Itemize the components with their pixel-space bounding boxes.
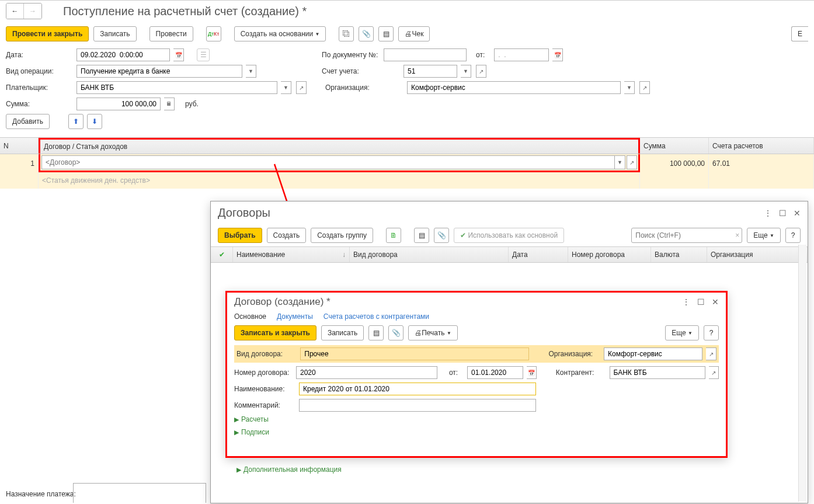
popup-menu-icon[interactable]: ⋮ [764,208,772,218]
col-org-h[interactable]: Организация [707,247,808,262]
create-based-on-button[interactable]: Создать на основании ▼ [234,26,326,41]
tab-accounts[interactable]: Счета расчетов с контрагентами [323,312,429,321]
more-button-3[interactable]: Еще ▼ [665,325,699,340]
structure-icon-button[interactable]: ⿻ [339,26,354,41]
add-row-button[interactable]: Добавить [6,114,50,129]
create-button[interactable]: Создать [267,228,307,243]
name-input[interactable] [299,383,536,395]
table-row[interactable]: 1 ▼ 100 000,00 67.01 [0,154,814,172]
col-accounts[interactable]: Счета расчетов [709,138,814,154]
list3-icon-button[interactable]: ▤ [368,325,384,340]
section-additional[interactable]: Дополнительная информация [243,465,342,474]
scrollbar[interactable] [798,245,806,502]
org2-input[interactable] [604,347,702,360]
attach2-icon-button[interactable]: 📎 [434,228,449,243]
select-button[interactable]: Выбрать [218,228,262,243]
write-button[interactable]: Записать [93,26,136,41]
col-num-h[interactable]: Номер договора [568,247,651,262]
flag-icon-button[interactable]: ☰ [197,48,210,61]
contracts-title: Договоры [218,206,270,220]
operation-input[interactable] [76,65,242,78]
comment-input[interactable] [299,399,536,412]
date-calendar-button[interactable] [173,48,184,61]
col-cur-h[interactable]: Валюта [651,247,707,262]
search-input[interactable]: × [631,228,742,243]
post-button[interactable]: Провести [149,26,193,41]
account-dropdown-button[interactable]: ▼ [461,65,471,78]
popup2-maximize-icon[interactable]: ☐ [697,297,705,307]
dtkt-icon-button[interactable]: ДтКт [206,26,221,41]
popup-close-icon[interactable]: ✕ [794,208,801,218]
col-check[interactable]: ✔ [211,247,233,262]
list-icon-button[interactable]: ▤ [378,26,394,41]
section-sign[interactable]: Подписи [241,428,269,436]
tab-main[interactable]: Основное [234,312,266,321]
list2-icon-button[interactable]: ▤ [414,228,429,243]
contract-input[interactable] [41,155,615,169]
check-button[interactable]: 🖨 Чек [398,26,430,41]
nav-buttons: ← → [6,3,42,19]
section-calc[interactable]: Расчеты [241,415,269,423]
contract-open-button[interactable] [627,155,637,169]
popup-maximize-icon[interactable]: ☐ [779,208,787,218]
org-dropdown-button[interactable]: ▼ [624,81,635,94]
move-down-button[interactable]: ⬇ [87,114,102,129]
account-open-button[interactable] [476,65,486,78]
nav-forward-button[interactable]: → [24,4,41,19]
move-up-button[interactable]: ⬆ [68,114,84,129]
date-input[interactable] [76,48,170,61]
help-button[interactable]: ? [785,228,801,243]
col-type-h[interactable]: Вид договора [350,247,509,262]
nav-back-button[interactable]: ← [6,4,24,19]
post-and-close-button[interactable]: Провести и закрыть [6,26,89,41]
more-button-2[interactable]: Еще ▼ [747,228,781,243]
account-input[interactable] [403,65,457,78]
contract-dropdown-button[interactable]: ▼ [615,155,625,169]
from-calendar-button[interactable] [552,48,563,61]
sum-calc-button[interactable]: 🖩 [164,98,175,110]
items-table: N Договор / Статья доходов Сумма Счета р… [0,137,814,189]
cell-flow[interactable]: <Статья движения ден. средств> [39,172,640,189]
contragent-open-button[interactable] [709,366,719,379]
col-date-h[interactable]: Дата [509,247,568,262]
purpose-input[interactable] [73,483,206,503]
doc-num-input[interactable] [384,48,467,61]
create-group-button[interactable]: Создать группу [311,228,373,243]
col-contract[interactable]: Договор / Статья доходов [39,138,640,154]
use-as-main-button[interactable]: ✔ Использовать как основной [454,228,564,243]
purpose-label: Назначение платежа: [6,490,76,498]
sum-input[interactable] [76,98,161,110]
col-n[interactable]: N [0,138,39,154]
contract-create-popup: Договор (создание) * ⋮ ☐ ✕ Основное Доку… [225,291,728,458]
from2-input[interactable] [467,366,523,379]
payer-open-button[interactable] [296,81,307,94]
write-button-2[interactable]: Записать [321,325,364,340]
from-date-input[interactable] [494,48,549,61]
more-button[interactable]: Е [791,26,808,41]
popup2-close-icon[interactable]: ✕ [712,297,719,307]
org2-open-button[interactable] [706,347,716,360]
num-input[interactable] [296,366,437,379]
print-button[interactable]: 🖨 Печать ▼ [408,325,458,340]
tab-docs[interactable]: Документы [277,312,313,321]
cell-n: 1 [0,154,39,172]
cell-contract: ▼ [39,154,640,172]
popup2-menu-icon[interactable]: ⋮ [682,297,690,307]
name-label: Наименование: [234,385,295,393]
help-button-2[interactable]: ? [704,325,719,340]
col-sum[interactable]: Сумма [640,138,709,154]
save-close-button[interactable]: Записать и закрыть [234,325,316,340]
org-open-button[interactable] [639,81,650,94]
attach3-icon-button[interactable]: 📎 [388,325,403,340]
attachment-icon-button[interactable]: 📎 [359,26,374,41]
operation-dropdown-button[interactable]: ▼ [246,65,256,78]
org-label: Организация: [325,84,384,92]
contract-type-input[interactable] [300,347,529,360]
copy-icon-button[interactable]: 🗎 [386,228,401,243]
payer-input[interactable] [76,81,277,94]
from2-calendar-button[interactable] [527,366,537,379]
payer-dropdown-button[interactable]: ▼ [281,81,291,94]
org-input[interactable] [407,81,621,94]
col-name-h[interactable]: Наименование↓ [233,247,350,262]
contragent-input[interactable] [610,366,705,379]
